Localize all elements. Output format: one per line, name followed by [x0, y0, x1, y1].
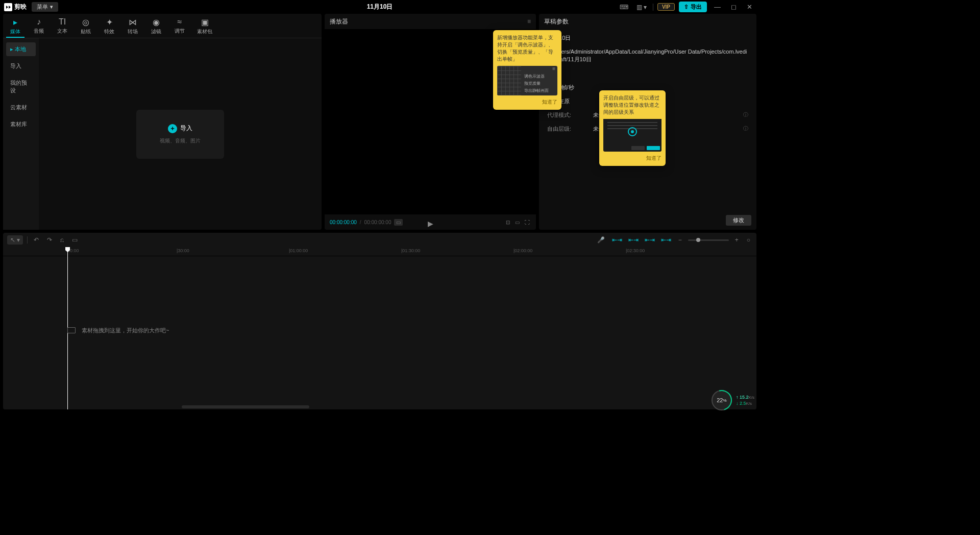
chevron-down-icon: ▾	[50, 4, 53, 10]
split-button[interactable]: ⎌	[58, 235, 66, 245]
app-logo: 剪映	[4, 3, 27, 11]
tab-icon: ≈	[178, 17, 182, 27]
info-icon[interactable]: ⓘ	[743, 111, 748, 119]
tab-icon: ▣	[201, 17, 209, 27]
timeline-ruler[interactable]: 00:00|30:00|01:00:00|01:30:00|02:00:00|0…	[3, 247, 756, 256]
snap-toggle-1[interactable]: ⇤⇥	[611, 236, 623, 244]
timeline-hint-text: 素材拖拽到这里，开始你的大作吧~	[82, 327, 169, 334]
ruler-tick: |30:00	[177, 248, 189, 253]
logo-icon	[4, 3, 12, 11]
net-download: ↓ 2.5K/s	[736, 401, 754, 406]
tab-素材包[interactable]: ▣素材包	[194, 16, 215, 38]
ruler-tick: |02:30:00	[626, 248, 645, 253]
params-title: 草稿参数	[544, 17, 569, 26]
timeline-scrollbar[interactable]	[182, 405, 309, 408]
timeline-toolbar: ↖ ▾ ↶ ↷ ⎌ ▭ 🎤 ⇤⇥ ⇤⇥ ⇤⇥ ⇤⇥ − + ○	[3, 233, 756, 247]
mic-icon[interactable]: 🎤	[595, 235, 607, 245]
timecode-total: 00:00:00:00	[364, 220, 391, 225]
fullscreen-icon[interactable]: ⛶	[524, 218, 531, 226]
player-panel: 播放器 ≡ 00:00:00:00 / 00:00:00:00 ▭ ▶ ⊡ ▭ …	[325, 14, 536, 230]
vip-badge[interactable]: VIP	[657, 3, 675, 11]
sidebar-item-素材库[interactable]: 素材库	[6, 117, 36, 131]
play-button[interactable]: ▶	[428, 220, 433, 228]
tab-贴纸[interactable]: ◎贴纸	[77, 16, 95, 38]
maximize-button[interactable]: ◻	[728, 2, 740, 12]
tab-音频[interactable]: ♪音频	[30, 16, 48, 38]
tooltip-preview	[603, 119, 662, 152]
export-button[interactable]: ⇧ 导出	[679, 2, 707, 12]
tab-label: 音频	[34, 28, 44, 35]
player-menu-tooltip: 新增播放器功能菜单，支持开启「调色示波器」、切换「预览质量」、「导出单帧」 ≡ …	[493, 30, 561, 110]
tooltip-text: 新增播放器功能菜单，支持开启「调色示波器」、切换「预览质量」、「导出单帧」	[497, 34, 557, 63]
titlebar: 剪映 菜单 ▾ 11月10日 ⌨ ▥ ▾ VIP ⇧ 导出 — ◻ ✕	[0, 0, 760, 14]
plus-icon: +	[168, 124, 177, 133]
tab-label: 转场	[128, 28, 138, 35]
zoom-in-button[interactable]: +	[733, 235, 741, 245]
top-tabbar: ▸媒体♪音频TI文本◎贴纸✦特效⋈转场◉滤镜≈调节▣素材包	[3, 14, 322, 38]
tab-调节[interactable]: ≈调节	[170, 16, 189, 38]
player-menu-icon[interactable]: ≡	[527, 18, 531, 25]
track-type-icon	[67, 327, 76, 333]
media-content: + 导入 视频、音频、图片	[39, 38, 322, 230]
redo-button[interactable]: ↷	[45, 235, 54, 245]
media-sidebar: 本地导入我的预设云素材素材库	[3, 38, 39, 230]
player-footer: 00:00:00:00 / 00:00:00:00 ▭ ▶ ⊡ ▭ ⛶	[325, 214, 536, 230]
sidebar-item-本地[interactable]: 本地	[6, 42, 36, 56]
import-hint: 视频、音频、图片	[160, 137, 201, 144]
tab-icon: ◉	[153, 17, 160, 27]
tab-文本[interactable]: TI文本	[53, 16, 71, 38]
zoom-slider[interactable]	[688, 239, 729, 241]
params-panel: 草稿参数 11月10日 C:/Users/Administrator/AppDa…	[539, 14, 756, 230]
sidebar-item-云素材[interactable]: 云素材	[6, 101, 36, 114]
sidebar-item-导入[interactable]: 导入	[6, 59, 36, 73]
snap-toggle-4[interactable]: ⇤⇥	[660, 236, 672, 244]
zoom-level-icon[interactable]: ▭	[394, 219, 403, 226]
modify-button[interactable]: 修改	[726, 215, 751, 226]
layout-icon[interactable]: ▥ ▾	[634, 3, 649, 12]
minimize-button[interactable]: —	[711, 2, 724, 12]
tab-label: 滤镜	[151, 28, 161, 35]
tab-媒体[interactable]: ▸媒体	[6, 16, 24, 38]
timeline-track-hint: 素材拖拽到这里，开始你的大作吧~	[67, 327, 169, 334]
tooltip-ok-button[interactable]: 知道了	[603, 155, 662, 162]
logo-text: 剪映	[14, 3, 27, 11]
zoom-out-button[interactable]: −	[676, 235, 684, 245]
safe-area-icon[interactable]: ⊡	[505, 218, 511, 226]
param-fit: 适应	[547, 70, 748, 78]
tab-转场[interactable]: ⋈转场	[124, 16, 142, 38]
tab-label: 媒体	[10, 28, 20, 35]
layer-tooltip: 开启自由层级，可以通过调整轨道位置修改轨道之间的层级关系 知道了	[599, 90, 666, 166]
delete-button[interactable]: ▭	[70, 235, 80, 245]
tab-特效[interactable]: ✦特效	[100, 16, 118, 38]
tab-icon: TI	[59, 17, 66, 27]
tab-label: 贴纸	[81, 28, 91, 35]
player-title: 播放器	[330, 17, 348, 26]
keyboard-icon[interactable]: ⌨	[618, 3, 630, 12]
snap-toggle-2[interactable]: ⇤⇥	[627, 236, 640, 244]
project-title: 11月10日	[367, 3, 393, 11]
close-button[interactable]: ✕	[744, 2, 755, 12]
sidebar-item-我的预设[interactable]: 我的预设	[6, 76, 36, 98]
ruler-tick: |01:00:00	[289, 248, 308, 253]
undo-button[interactable]: ↶	[32, 235, 41, 245]
snap-toggle-3[interactable]: ⇤⇥	[644, 236, 656, 244]
tab-icon: ◎	[82, 17, 89, 27]
timecode-current: 00:00:00:00	[330, 220, 357, 225]
menu-button[interactable]: 菜单 ▾	[32, 2, 58, 12]
info-icon[interactable]: ⓘ	[743, 125, 748, 133]
timeline[interactable]: 00:00|30:00|01:00:00|01:30:00|02:00:00|0…	[3, 247, 756, 409]
param-path: C:/Users/Administrator/AppData/Local/Jia…	[547, 48, 748, 64]
tab-label: 文本	[57, 28, 67, 35]
tab-滤镜[interactable]: ◉滤镜	[147, 16, 165, 38]
media-panel: ▸媒体♪音频TI文本◎贴纸✦特效⋈转场◉滤镜≈调节▣素材包 本地导入我的预设云素…	[3, 14, 322, 230]
tooltip-ok-button[interactable]: 知道了	[497, 99, 557, 106]
ruler-tick: |02:00:00	[513, 248, 532, 253]
param-name: 11月10日	[547, 34, 748, 42]
tab-label: 素材包	[197, 28, 212, 35]
net-upload: ↑ 15.2K/s	[736, 395, 754, 400]
pointer-tool[interactable]: ↖ ▾	[7, 235, 23, 245]
zoom-fit-button[interactable]: ○	[745, 235, 752, 245]
ratio-icon[interactable]: ▭	[514, 218, 521, 226]
import-dropzone[interactable]: + 导入 视频、音频、图片	[136, 110, 224, 159]
tab-label: 特效	[104, 28, 114, 35]
